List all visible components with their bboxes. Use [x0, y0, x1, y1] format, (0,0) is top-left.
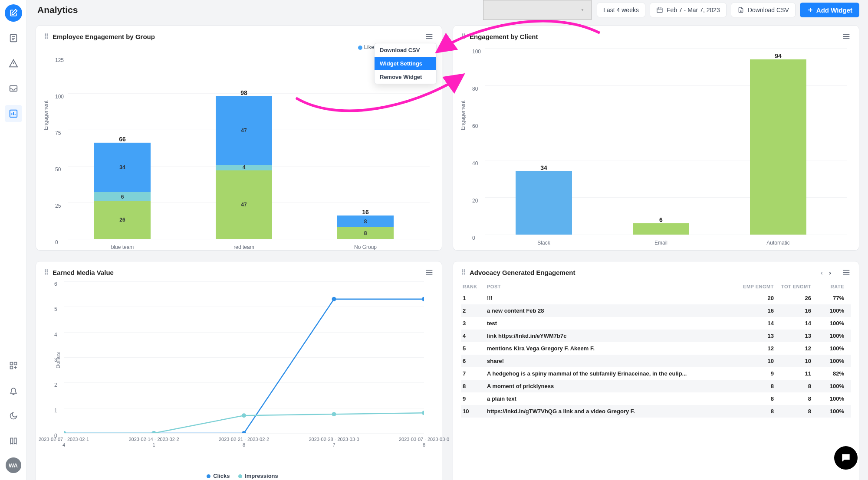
table-row[interactable]: 5mentions Kira Vega Gregory F. Akeem F.1…: [461, 342, 851, 355]
svg-point-10: [332, 297, 336, 301]
svg-point-12: [64, 431, 66, 433]
bookmarks-icon[interactable]: [5, 432, 22, 450]
notifications-icon[interactable]: [5, 382, 22, 399]
calendar-icon: [656, 7, 663, 13]
dark-mode-icon[interactable]: [5, 407, 22, 424]
x-label: blue team: [94, 244, 151, 250]
avatar[interactable]: WA: [6, 457, 21, 473]
plus-icon: [807, 7, 814, 13]
download-icon: [737, 7, 744, 13]
x-label: Slack: [516, 240, 572, 246]
chart-legend: Clicks Impressions: [44, 473, 434, 479]
legend-impressions: Impressions: [245, 473, 278, 479]
drag-handle-icon[interactable]: ⠿: [461, 268, 465, 277]
y-tick: 100: [55, 94, 64, 100]
y-tick: 0: [55, 239, 58, 245]
drag-handle-icon[interactable]: ⠿: [44, 268, 48, 277]
x-label: 2023-02-21 - 2023-02-28: [218, 437, 270, 448]
svg-point-11: [422, 297, 424, 301]
card-advocacy-engagement: ⠿ Advocacy Generated Engagement ‹ › RANK…: [453, 261, 859, 480]
drag-handle-icon[interactable]: ⠿: [461, 33, 465, 41]
menu-remove-widget[interactable]: Remove Widget: [375, 70, 436, 84]
card-title: Employee Engagement by Group: [53, 33, 155, 40]
table-prev-button[interactable]: ‹: [821, 269, 823, 276]
svg-point-15: [332, 412, 336, 416]
legend-clicks: Clicks: [213, 473, 230, 479]
bar-total: 94: [750, 52, 806, 59]
compose-button[interactable]: [5, 4, 22, 22]
account-dropdown[interactable]: [483, 0, 592, 20]
card-title: Advocacy Generated Engagement: [470, 269, 575, 276]
bar-total: 34: [516, 164, 572, 171]
svg-point-14: [242, 413, 246, 418]
date-range-label: Feb 7 - Mar 7, 2023: [667, 7, 720, 13]
card-menu-button[interactable]: Download CSV Widget Settings Remove Widg…: [424, 32, 434, 41]
table-header-rank: RANK: [463, 284, 487, 289]
table-header-rate: RATE: [816, 284, 849, 289]
download-csv-label: Download CSV: [748, 7, 789, 13]
card-earned-media-value: ⠿ Earned Media Value Dollars 01234562023…: [36, 261, 442, 480]
x-label: 2023-03-07 - 2023-03-08: [398, 437, 450, 448]
chat-icon: [840, 452, 852, 464]
table-row[interactable]: 4link https://lnkd.in/eYWM7b7c1313100%: [461, 330, 851, 342]
sidebar: WA: [0, 0, 27, 480]
x-label: Automatic: [750, 240, 806, 246]
chat-fab[interactable]: [834, 446, 858, 470]
feed-icon[interactable]: [5, 29, 22, 47]
y-tick: 3: [54, 357, 57, 363]
table-header-emp: EMP ENGMT: [742, 284, 779, 289]
alerts-icon[interactable]: [5, 55, 22, 72]
card-title: Engagement by Client: [470, 33, 538, 40]
x-label: 2023-02-14 - 2023-02-21: [128, 437, 180, 448]
table-row[interactable]: 2a new content Feb 281616100%: [461, 304, 851, 317]
menu-widget-settings[interactable]: Widget Settings: [375, 57, 436, 70]
bar-total: 66: [94, 136, 151, 143]
add-widget-button[interactable]: Add Widget: [800, 3, 859, 17]
card-menu-button[interactable]: [842, 32, 851, 41]
table-row[interactable]: 10https://lnkd.in/gTW7VhQG a link and a …: [461, 405, 851, 418]
y-tick: 6: [54, 281, 57, 287]
table-next-button[interactable]: ›: [829, 269, 831, 276]
card-title: Earned Media Value: [53, 269, 114, 276]
x-label: red team: [216, 244, 272, 250]
y-tick: 40: [472, 160, 478, 167]
card-employee-engagement: ⠿ Employee Engagement by Group Download …: [36, 25, 442, 251]
svg-rect-6: [657, 8, 662, 13]
x-label: 2023-02-07 - 2023-02-14: [38, 437, 90, 448]
table-row[interactable]: 3test1414100%: [461, 317, 851, 330]
y-tick: 80: [472, 86, 478, 92]
page-title: Analytics: [37, 5, 78, 15]
date-range[interactable]: Feb 7 - Mar 7, 2023: [650, 3, 727, 17]
drag-handle-icon[interactable]: ⠿: [44, 33, 48, 41]
menu-download-csv[interactable]: Download CSV: [375, 43, 436, 57]
table-row[interactable]: 6share!1010100%: [461, 355, 851, 367]
table-row[interactable]: 1!!!202677%: [461, 292, 851, 304]
add-widget-label: Add Widget: [816, 7, 852, 14]
apps-icon[interactable]: [5, 357, 22, 374]
range-selector[interactable]: Last 4 weeks: [597, 3, 645, 17]
y-tick: 100: [472, 49, 481, 55]
y-tick: 20: [472, 198, 478, 204]
table-row[interactable]: 7A hedgehog is a spiny mammal of the sub…: [461, 367, 851, 380]
y-tick: 125: [55, 57, 64, 63]
chevron-down-icon: [580, 7, 585, 13]
analytics-icon[interactable]: [5, 105, 22, 122]
inbox-icon[interactable]: [5, 80, 22, 97]
table-header-tot: TOT ENGMT: [779, 284, 816, 289]
y-tick: 5: [54, 306, 57, 312]
x-label: 2023-02-28 - 2023-03-07: [308, 437, 360, 448]
y-tick: 2: [54, 382, 57, 388]
card-menu-button[interactable]: [842, 268, 851, 277]
table-row[interactable]: 8A moment of pricklyness88100%: [461, 380, 851, 392]
svg-point-16: [422, 411, 424, 415]
svg-rect-4: [14, 362, 16, 365]
card-engagement-by-client: ⠿ Engagement by Client Engagement 020406…: [453, 25, 859, 251]
card-menu-button[interactable]: [424, 268, 434, 277]
y-tick: 0: [472, 235, 475, 241]
y-axis-label: Engagement: [43, 101, 49, 130]
range-label: Last 4 weeks: [603, 7, 639, 13]
y-tick: 60: [472, 123, 478, 129]
download-csv-button[interactable]: Download CSV: [731, 3, 796, 17]
y-tick: 4: [54, 332, 57, 338]
table-row[interactable]: 9a plain text88100%: [461, 392, 851, 405]
